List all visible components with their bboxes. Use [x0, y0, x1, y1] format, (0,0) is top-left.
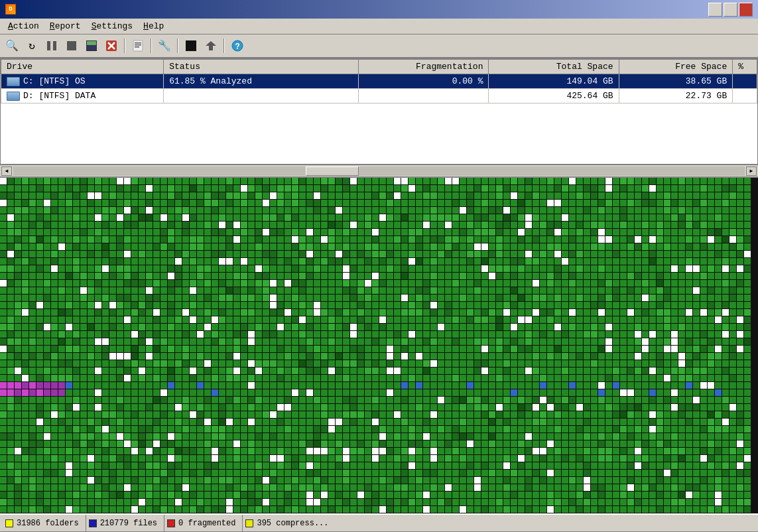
menu-settings[interactable]: Settings — [86, 20, 138, 33]
cell-drive: C: [NTFS] OS — [1, 74, 164, 89]
cell-drive: D: [NTFS] DATA — [1, 89, 164, 103]
svg-rect-1 — [53, 41, 56, 50]
status-text-2: 0 fragmented — [178, 519, 235, 528]
svg-rect-2 — [67, 41, 76, 50]
scroll-thumb[interactable] — [306, 166, 359, 176]
status-swatch-2 — [167, 519, 175, 527]
close-button[interactable] — [739, 3, 753, 17]
scroll-left-button[interactable]: ◀ — [1, 166, 12, 176]
col-drive: Drive — [1, 60, 164, 74]
cell-status — [164, 89, 359, 103]
svg-rect-12 — [135, 46, 139, 48]
status-swatch-1 — [89, 519, 97, 527]
pause-button[interactable] — [42, 37, 61, 54]
menu-report[interactable]: Report — [44, 20, 86, 33]
col-total-space: Total Space — [489, 60, 619, 74]
status-text-0: 31986 folders — [17, 519, 79, 528]
status-swatch-0 — [5, 519, 13, 527]
status-swatch-3 — [245, 519, 253, 527]
toolbar: 🔍 ↻ 🔧 ? — [0, 34, 758, 58]
settings-button[interactable]: 🔧 — [155, 37, 174, 54]
svg-rect-0 — [47, 41, 50, 50]
status-item-2: 0 fragmented — [164, 515, 243, 531]
col-fragmentation: Fragmentation — [359, 60, 489, 74]
status-item-0: 31986 folders — [3, 515, 86, 531]
col-status: Status — [164, 60, 359, 74]
col-pct: % — [733, 60, 757, 74]
defrag-button[interactable]: ↻ — [23, 37, 41, 54]
svg-rect-9 — [133, 40, 143, 51]
export-button[interactable] — [202, 37, 220, 54]
help-button[interactable]: ? — [228, 37, 247, 54]
drive-table-container: Drive Status Fragmentation Total Space F… — [0, 58, 758, 165]
analyze-button[interactable]: 🔍 — [3, 37, 21, 54]
sep1 — [124, 38, 125, 53]
cell-total-space: 149.04 GB — [489, 74, 619, 89]
main-area: Drive Status Fragmentation Total Space F… — [0, 58, 758, 513]
cell-pct — [733, 74, 757, 89]
cell-status: 61.85 % Analyzed — [164, 74, 359, 89]
svg-text:?: ? — [235, 42, 239, 52]
scroll-right-button[interactable]: ▶ — [746, 166, 757, 176]
status-item-1: 210779 files — [86, 515, 164, 531]
drive-table: Drive Status Fragmentation Total Space F… — [1, 59, 757, 103]
title-bar-left: D — [5, 4, 20, 15]
stop-button[interactable] — [62, 37, 81, 54]
svg-rect-13 — [186, 40, 196, 51]
cell-pct — [733, 89, 757, 103]
fragmentation-map — [0, 176, 758, 513]
table-row[interactable]: C: [NTFS] OS 61.85 % Analyzed 0.00 % 149… — [1, 74, 757, 89]
table-scrollbar: ◀ ▶ — [0, 165, 758, 176]
scroll-track — [13, 166, 745, 176]
app-icon: D — [5, 4, 16, 15]
status-text-1: 210779 files — [100, 519, 157, 528]
status-bar: 31986 folders210779 files0 fragmented395… — [0, 513, 758, 532]
title-bar-controls — [708, 3, 753, 17]
map-button[interactable] — [82, 37, 101, 54]
delete-button[interactable] — [102, 37, 121, 54]
svg-rect-5 — [87, 46, 96, 50]
svg-marker-14 — [206, 41, 216, 50]
menu-help[interactable]: Help — [138, 20, 169, 33]
minimize-button[interactable] — [708, 3, 722, 17]
title-bar: D — [0, 0, 758, 19]
menu-action[interactable]: Action — [3, 20, 44, 33]
svg-rect-10 — [135, 42, 141, 44]
col-free-space: Free Space — [619, 60, 733, 74]
menu-bar: Action Report Settings Help — [0, 19, 758, 34]
cell-total-space: 425.64 GB — [489, 89, 619, 103]
black-button[interactable] — [182, 37, 200, 54]
cell-free-space: 22.73 GB — [619, 89, 733, 103]
cell-fragmentation — [359, 89, 489, 103]
frag-canvas — [0, 178, 758, 513]
restore-button[interactable] — [724, 3, 737, 17]
sep2 — [151, 38, 152, 53]
status-item-3: 395 compress... — [243, 515, 335, 531]
sep4 — [223, 38, 225, 53]
svg-rect-11 — [135, 44, 141, 46]
status-text-3: 395 compress... — [257, 519, 328, 528]
sep3 — [177, 38, 178, 53]
cell-fragmentation: 0.00 % — [359, 74, 489, 89]
cell-free-space: 38.65 GB — [619, 74, 733, 89]
svg-rect-4 — [87, 41, 96, 45]
table-row[interactable]: D: [NTFS] DATA 425.64 GB 22.73 GB — [1, 89, 757, 103]
report-button[interactable] — [129, 37, 147, 54]
